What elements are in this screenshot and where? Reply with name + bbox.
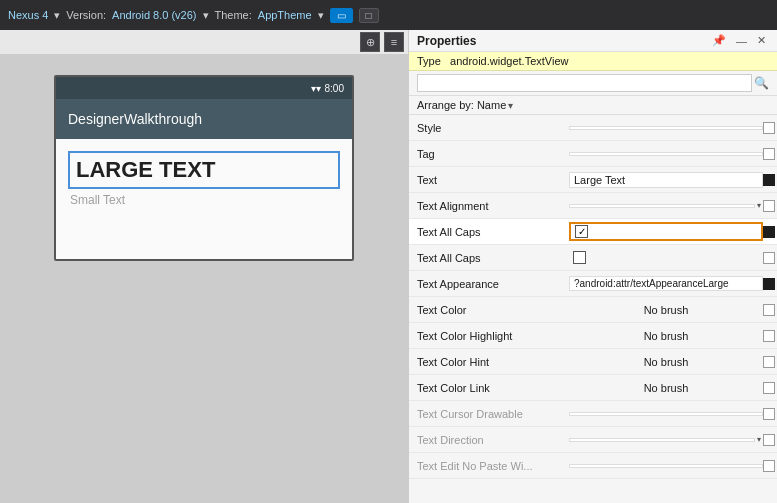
prop-value-text-color-highlight[interactable]: No brush (569, 328, 763, 344)
prop-end-text-color-highlight[interactable] (763, 330, 775, 342)
prop-row-text-appearance: Text Appearance ?android:attr/textAppear… (409, 271, 777, 297)
wifi-icon: ▾▾ (311, 83, 321, 94)
large-text-container[interactable]: LARGE TEXT (68, 151, 340, 189)
prop-name-text-appearance: Text Appearance (409, 278, 569, 290)
prop-value-text-appearance[interactable]: ?android:attr/textAppearanceLarge (569, 276, 763, 291)
prop-value-container-text-direction: ▾ (569, 435, 763, 444)
version-value: Android 8.0 (v26) (112, 9, 196, 21)
small-text: Small Text (68, 193, 340, 207)
prop-value-text-direction[interactable] (569, 438, 755, 442)
prop-value-container-text-all-caps (569, 250, 763, 265)
prop-end-text-cursor-drawable[interactable] (763, 408, 775, 420)
large-text: LARGE TEXT (76, 157, 332, 183)
prop-row-text-direction: Text Direction ▾ (409, 427, 777, 453)
prop-end-text-edit-no-paste[interactable] (763, 460, 775, 472)
prop-value-text-cursor-drawable[interactable] (569, 412, 763, 416)
arrange-label: Arrange by: Name (417, 99, 506, 111)
pin-icon[interactable]: 📌 (709, 33, 729, 48)
api-label: Nexus 4 (8, 9, 48, 21)
prop-value-container-text-color-hint: No brush (569, 354, 763, 370)
prop-end-text-all-caps-active[interactable] (763, 226, 775, 238)
type-row: Type android.widget.TextView (409, 52, 777, 71)
prop-end-text-alignment[interactable] (763, 200, 775, 212)
properties-header: Properties 📌 — ✕ (409, 30, 777, 52)
theme-value: AppTheme (258, 9, 312, 21)
prop-value-container-text-appearance: ?android:attr/textAppearanceLarge (569, 276, 763, 291)
prop-name-text-color-hint: Text Color Hint (409, 356, 569, 368)
prop-end-text-all-caps[interactable] (763, 252, 775, 264)
prop-end-text[interactable] (763, 174, 775, 186)
type-value: android.widget.TextView (450, 55, 568, 67)
prop-value-text-color[interactable]: No brush (569, 302, 763, 318)
prop-row-text-color-link: Text Color Link No brush (409, 375, 777, 401)
prop-value-container-text-color-highlight: No brush (569, 328, 763, 344)
phone-status-bar: ▾▾ 8:00 (56, 77, 352, 99)
arrange-row[interactable]: Arrange by: Name ▾ (409, 96, 777, 115)
prop-checkbox-checked[interactable]: ✓ (575, 225, 588, 238)
minimize-icon[interactable]: — (733, 34, 750, 48)
tablet-button[interactable]: □ (359, 8, 379, 23)
properties-panel: Properties 📌 — ✕ Type android.widget.Tex… (408, 30, 777, 503)
prop-end-text-color[interactable] (763, 304, 775, 316)
prop-row-text: Text Large Text (409, 167, 777, 193)
prop-value-container-text-edit-no-paste (569, 464, 763, 468)
search-row: 🔍 (409, 71, 777, 96)
text-direction-arrow: ▾ (755, 435, 763, 444)
prop-row-text-color: Text Color No brush (409, 297, 777, 323)
options-icon[interactable]: ≡ (384, 32, 404, 52)
prop-name-text-color: Text Color (409, 304, 569, 316)
properties-table: Style Tag Text Large Text (409, 115, 777, 503)
prop-value-container-text-alignment: ▾ (569, 201, 763, 210)
search-input[interactable] (417, 74, 752, 92)
prop-name-tag: Tag (409, 148, 569, 160)
phone-content: LARGE TEXT Small Text (56, 139, 352, 259)
prop-end-text-color-hint[interactable] (763, 356, 775, 368)
prop-end-text-appearance[interactable] (763, 278, 775, 290)
top-toolbar: Nexus 4 ▾ Version: Android 8.0 (v26) ▾ T… (0, 0, 777, 30)
prop-row-style: Style (409, 115, 777, 141)
prop-row-text-all-caps-active: Text All Caps ✓ (409, 219, 777, 245)
prop-value-style[interactable] (569, 126, 763, 130)
phone-frame: ▾▾ 8:00 DesignerWalkthrough LARGE TEXT S… (54, 75, 354, 261)
prop-end-text-color-link[interactable] (763, 382, 775, 394)
prop-name-text-all-caps-active: Text All Caps (409, 226, 569, 238)
prop-value-text-alignment[interactable] (569, 204, 755, 208)
prop-value-text-color-hint[interactable]: No brush (569, 354, 763, 370)
prop-name-text-color-link: Text Color Link (409, 382, 569, 394)
prop-checkbox-unchecked[interactable] (573, 251, 586, 264)
prop-value-text[interactable]: Large Text (569, 172, 763, 188)
prop-value-container-style (569, 126, 763, 130)
prop-row-text-edit-no-paste: Text Edit No Paste Wi... (409, 453, 777, 479)
prop-value-container-text-color-link: No brush (569, 380, 763, 396)
properties-header-icons: 📌 — ✕ (709, 33, 769, 48)
prop-name-text-color-highlight: Text Color Highlight (409, 330, 569, 342)
designer-area: ⊕ ≡ ▾▾ 8:00 DesignerWalkthrough LARGE TE… (0, 30, 408, 503)
prop-row-text-all-caps: Text All Caps (409, 245, 777, 271)
prop-value-container-text-color: No brush (569, 302, 763, 318)
phone-action-bar: DesignerWalkthrough (56, 99, 352, 139)
prop-name-text-alignment: Text Alignment (409, 200, 569, 212)
prop-name-text-edit-no-paste: Text Edit No Paste Wi... (409, 460, 569, 472)
prop-checkbox-border[interactable]: ✓ (569, 222, 763, 241)
prop-value-text-color-link[interactable]: No brush (569, 380, 763, 396)
prop-name-text-all-caps: Text All Caps (409, 252, 569, 264)
main-content: ⊕ ≡ ▾▾ 8:00 DesignerWalkthrough LARGE TE… (0, 30, 777, 503)
prop-value-text-edit-no-paste[interactable] (569, 464, 763, 468)
prop-value-tag[interactable] (569, 152, 763, 156)
prop-end-style[interactable] (763, 122, 775, 134)
prop-value-container-text: Large Text (569, 172, 763, 188)
type-label: Type (417, 55, 441, 67)
prop-end-text-direction[interactable] (763, 434, 775, 446)
prop-row-text-color-highlight: Text Color Highlight No brush (409, 323, 777, 349)
prop-row-text-color-hint: Text Color Hint No brush (409, 349, 777, 375)
prop-name-text-direction: Text Direction (409, 434, 569, 446)
prop-row-text-cursor-drawable: Text Cursor Drawable (409, 401, 777, 427)
close-icon[interactable]: ✕ (754, 33, 769, 48)
prop-value-container-text-all-caps-active: ✓ (569, 222, 763, 241)
phone-button[interactable]: ▭ (330, 8, 353, 23)
zoom-icon[interactable]: ⊕ (360, 32, 380, 52)
time-display: 8:00 (325, 83, 344, 94)
prop-end-tag[interactable] (763, 148, 775, 160)
prop-row-text-alignment: Text Alignment ▾ (409, 193, 777, 219)
properties-title: Properties (417, 34, 476, 48)
